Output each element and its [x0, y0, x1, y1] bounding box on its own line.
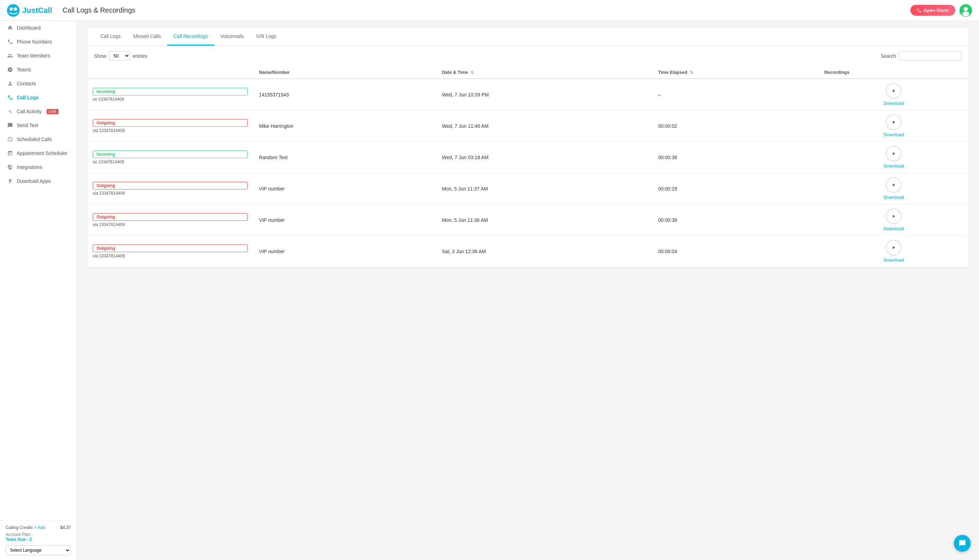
- download-link-2[interactable]: Download: [824, 163, 963, 168]
- sidebar-item-scheduled-calls[interactable]: Scheduled Calls: [0, 132, 76, 146]
- via-number-4: via 13347814409: [93, 222, 248, 227]
- datetime-value-5: Sat, 3 Jun 12:36 AM: [442, 249, 486, 254]
- col-header-direction: [87, 66, 253, 79]
- download-link-4[interactable]: Download: [824, 226, 963, 231]
- search-label: Search: [881, 53, 896, 59]
- name-value-0: 14155371543: [259, 92, 289, 98]
- sidebar-item-appointment-scheduler[interactable]: Appointment Scheduler: [0, 146, 76, 160]
- sidebar-label-scheduled-calls: Scheduled Calls: [17, 137, 52, 142]
- tab-voicemails[interactable]: Voicemails: [214, 28, 250, 46]
- direction-cell-5: Outgoing via 13347814409: [87, 236, 253, 267]
- elapsed-value-2: 00:00:38: [658, 155, 677, 160]
- datetime-value-2: Wed, 7 Jun 03:18 AM: [442, 155, 489, 160]
- logo-text: JustCall: [22, 6, 52, 15]
- contacts-icon: [7, 80, 13, 87]
- sidebar-item-send-text[interactable]: Send Text: [0, 118, 76, 132]
- recordings-cell-3: Download: [819, 173, 969, 205]
- svg-point-5: [962, 12, 969, 17]
- avatar[interactable]: [959, 4, 972, 17]
- sidebar-item-phone-numbers[interactable]: Phone Numbers: [0, 35, 76, 49]
- open-dialer-button[interactable]: Open Dialer: [911, 5, 955, 16]
- home-icon: [7, 25, 13, 31]
- sidebar-label-dashboard: Dashboard: [17, 25, 41, 31]
- direction-badge-4: Outgoing: [93, 213, 248, 221]
- send-text-icon: [7, 122, 13, 128]
- via-number-5: via 13347814409: [93, 253, 248, 258]
- svg-point-2: [13, 7, 17, 11]
- table-body: Incoming on 13347814409 14155371543 Wed,…: [87, 79, 969, 267]
- play-button-1[interactable]: [886, 115, 901, 130]
- play-button-2[interactable]: [886, 146, 901, 161]
- datetime-cell-4: Mon, 5 Jun 11:36 AM: [436, 205, 652, 236]
- appointment-scheduler-icon: [7, 150, 13, 157]
- call-activity-icon: [7, 108, 13, 115]
- sidebar-label-phone-numbers: Phone Numbers: [17, 39, 52, 45]
- elapsed-cell-3: 00:00:29: [652, 173, 819, 205]
- elapsed-value-5: 00:00:04: [658, 249, 677, 254]
- add-credits-link[interactable]: + Add: [34, 525, 45, 530]
- tab-call-logs[interactable]: Call Logs: [94, 28, 127, 46]
- chat-icon: [959, 540, 966, 547]
- table-row: Outgoing via 13347814409 VIP number Sat,…: [87, 236, 969, 267]
- elapsed-sort-icon[interactable]: ⇅: [690, 70, 693, 75]
- play-button-3[interactable]: [886, 177, 901, 193]
- sidebar-item-call-logs[interactable]: Call Logs: [0, 90, 76, 105]
- tab-ivr-logs[interactable]: IVR Logs: [250, 28, 283, 46]
- via-number-2: on 13347814409: [93, 160, 248, 164]
- sidebar-item-teams[interactable]: Teams: [0, 63, 76, 77]
- language-select[interactable]: Select Language English Spanish French: [5, 545, 71, 555]
- datetime-cell-1: Wed, 7 Jun 11:46 AM: [436, 110, 652, 142]
- sidebar-item-call-activity[interactable]: Call Activity LIVE: [0, 105, 76, 118]
- tab-call-recordings[interactable]: Call Recordings: [167, 28, 214, 46]
- download-link-0[interactable]: Download: [824, 101, 963, 106]
- download-link-5[interactable]: Download: [824, 257, 963, 263]
- col-header-name: Name/Number: [253, 66, 436, 79]
- integrations-icon: [7, 164, 13, 170]
- recordings-cell-4: Download: [819, 205, 969, 236]
- recordings-cell-5: Download: [819, 236, 969, 267]
- sidebar-label-teams: Teams: [17, 67, 31, 72]
- sidebar-item-team-members[interactable]: Team Members: [0, 49, 76, 63]
- play-button-5[interactable]: [886, 240, 901, 255]
- play-button-4[interactable]: [886, 208, 901, 224]
- account-plan-label: Account Plan:: [5, 532, 32, 537]
- sidebar-label-team-members: Team Members: [17, 53, 50, 58]
- datetime-sort-icon[interactable]: ⇅: [471, 70, 474, 75]
- table-header-row: Name/Number Date & Time ⇅ Time Elapsed ⇅…: [87, 66, 969, 79]
- name-value-5: VIP number: [259, 249, 285, 254]
- open-dialer-label: Open Dialer: [924, 8, 949, 13]
- chat-widget[interactable]: [954, 535, 971, 552]
- sidebar-item-download-apps[interactable]: Download Apps: [0, 174, 76, 188]
- search-input[interactable]: [899, 51, 962, 61]
- direction-badge-3: Outgoing: [93, 182, 248, 190]
- download-link-3[interactable]: Download: [824, 195, 963, 200]
- sidebar-item-dashboard[interactable]: Dashboard: [0, 21, 76, 35]
- elapsed-value-4: 00:00:38: [658, 217, 677, 223]
- recordings-cell-2: Download: [819, 142, 969, 173]
- sidebar-label-contacts: Contacts: [17, 81, 36, 87]
- elapsed-value-0: –: [658, 92, 661, 98]
- sidebar: Dashboard Phone Numbers Team Members Tea…: [0, 21, 77, 560]
- elapsed-cell-0: –: [652, 79, 819, 110]
- elapsed-cell-1: 00:00:02: [652, 110, 819, 142]
- name-cell-5: VIP number: [253, 236, 436, 267]
- page-title: Call Logs & Recordings: [63, 6, 911, 14]
- sidebar-item-integrations[interactable]: Integrations: [0, 160, 76, 174]
- name-value-1: Mike Harrington: [259, 123, 294, 129]
- tab-missed-calls[interactable]: Missed Calls: [127, 28, 167, 46]
- phone-icon: [917, 8, 922, 13]
- sidebar-item-contacts[interactable]: Contacts: [0, 77, 76, 90]
- datetime-cell-2: Wed, 7 Jun 03:18 AM: [436, 142, 652, 173]
- call-logs-icon: [7, 94, 13, 101]
- table-row: Incoming on 13347814409 14155371543 Wed,…: [87, 79, 969, 110]
- svg-point-4: [964, 7, 968, 11]
- name-cell-0: 14155371543: [253, 79, 436, 110]
- play-button-0[interactable]: [886, 83, 901, 98]
- table-row: Outgoing via 13347814409 VIP number Mon,…: [87, 205, 969, 236]
- entries-select[interactable]: 10 25 50 100: [109, 51, 130, 61]
- table-row: Outgoing via 13347814409 Mike Harrington…: [87, 110, 969, 142]
- col-header-elapsed: Time Elapsed ⇅: [652, 66, 819, 79]
- download-link-1[interactable]: Download: [824, 132, 963, 137]
- logo[interactable]: JustCall: [7, 4, 52, 17]
- name-cell-2: Random Test: [253, 142, 436, 173]
